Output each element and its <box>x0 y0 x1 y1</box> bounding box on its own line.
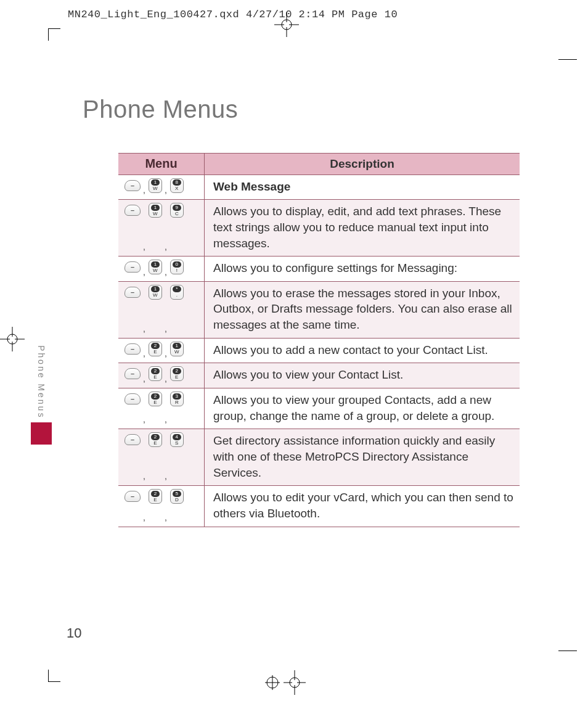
header-menu: Menu <box>118 154 205 174</box>
separator: , <box>143 512 145 522</box>
keypad-key-icon: 1W <box>170 342 184 356</box>
description-cell: Allows you to add a new contact to your … <box>205 339 520 363</box>
menu-cell: –,1W,8X <box>118 175 205 200</box>
table-row: –,2E,1WAllows you to add a new contact t… <box>118 339 520 364</box>
page-number: 10 <box>67 625 81 641</box>
keypad-key-icon: 2E <box>170 366 184 381</box>
crop-tick-icon <box>558 651 577 651</box>
description-cell: Allows you to view your grouped Contacts… <box>205 388 520 429</box>
menu-table: Menu Description –,1W,8XWeb Message–,1W,… <box>118 153 520 527</box>
softkey-icon: – <box>125 393 141 404</box>
description-cell: Get directory assistance information qui… <box>205 429 520 485</box>
softkey-icon: – <box>125 180 141 191</box>
table-row: –,1W,0!Allows you to configure settings … <box>118 257 520 282</box>
menu-cell: –,2E,4S <box>118 429 205 485</box>
keypad-key-icon: 2E <box>149 392 162 406</box>
description-cell: Allows you to view your Contact List. <box>205 363 520 388</box>
table-row: –,2E,4SGet directory assistance informat… <box>118 429 520 486</box>
keypad-key-icon: 5D <box>170 489 184 504</box>
menu-cell: –,1W,*. <box>118 282 205 338</box>
header-description: Description <box>205 154 520 174</box>
keypad-key-icon: 1W <box>149 260 162 274</box>
separator: , <box>143 242 145 252</box>
separator: , <box>143 348 145 358</box>
menu-cell: –,1W,9C <box>118 200 205 256</box>
separator: , <box>165 267 167 277</box>
table-header-row: Menu Description <box>118 154 520 175</box>
softkey-icon: – <box>125 205 141 216</box>
keypad-key-icon: *. <box>170 285 184 300</box>
keypad-key-icon: 1W <box>149 285 162 300</box>
description-cell: Allows you to erase the messages stored … <box>205 282 520 338</box>
crop-tick-icon <box>558 59 577 60</box>
menu-cell: –,2E,2E <box>118 363 205 388</box>
side-tab-block <box>31 422 52 445</box>
separator: , <box>165 471 167 481</box>
separator: , <box>143 267 145 277</box>
keypad-key-icon: 2E <box>149 432 162 447</box>
description-cell: Allows you to display, edit, and add tex… <box>205 200 520 256</box>
description-cell: Web Message <box>205 175 520 200</box>
table-row: –,2E,2EAllows you to view your Contact L… <box>118 363 520 388</box>
table-row: –,1W,8XWeb Message <box>118 175 520 200</box>
crop-corner-icon <box>48 670 60 682</box>
separator: , <box>165 242 167 252</box>
description-cell: Allows you to configure settings for Mes… <box>205 257 520 281</box>
separator: , <box>165 374 167 384</box>
separator: , <box>165 324 167 334</box>
keypad-key-icon: 2E <box>149 366 162 381</box>
side-tab: Phone Menus <box>31 345 52 445</box>
keypad-key-icon: 0! <box>170 260 184 274</box>
menu-cell: –,2E,1W <box>118 339 205 363</box>
separator: , <box>143 324 145 334</box>
softkey-icon: – <box>125 343 141 355</box>
page-title: Phone Menus <box>83 96 238 123</box>
separator: , <box>143 471 145 481</box>
keypad-key-icon: 3R <box>170 392 184 406</box>
separator: , <box>165 414 167 424</box>
softkey-icon: – <box>125 368 141 379</box>
keypad-key-icon: 9C <box>170 203 184 218</box>
separator: , <box>165 512 167 522</box>
keypad-key-icon: 1W <box>149 178 162 193</box>
separator: , <box>165 185 167 195</box>
keypad-key-icon: 1W <box>149 203 162 218</box>
menu-cell: –,2E,5D <box>118 486 205 526</box>
side-tab-label: Phone Menus <box>36 345 46 419</box>
separator: , <box>143 374 145 384</box>
keypad-key-icon: 8X <box>170 178 184 193</box>
menu-cell: –,2E,3R <box>118 388 205 429</box>
softkey-icon: – <box>125 287 141 298</box>
softkey-icon: – <box>125 434 141 445</box>
description-cell: Allows you to edit your vCard, which you… <box>205 486 520 526</box>
table-row: –,1W,9CAllows you to display, edit, and … <box>118 200 520 257</box>
crop-corner-icon <box>48 28 60 41</box>
separator: , <box>143 185 145 195</box>
crop-header: MN240_Light_Eng_100427.qxd 4/27/10 2:14 … <box>68 9 398 20</box>
keypad-key-icon: 4S <box>170 432 184 447</box>
keypad-key-icon: 2E <box>149 489 162 504</box>
keypad-key-icon: 2E <box>149 342 162 356</box>
separator: , <box>165 348 167 358</box>
table-row: –,1W,*.Allows you to erase the messages … <box>118 282 520 339</box>
softkey-icon: – <box>125 491 141 502</box>
softkey-icon: – <box>125 261 141 273</box>
table-row: –,2E,3RAllows you to view your grouped C… <box>118 388 520 429</box>
menu-cell: –,1W,0! <box>118 257 205 281</box>
crop-mark-left-icon <box>0 327 25 351</box>
table-row: –,2E,5DAllows you to edit your vCard, wh… <box>118 486 520 526</box>
separator: , <box>143 414 145 424</box>
